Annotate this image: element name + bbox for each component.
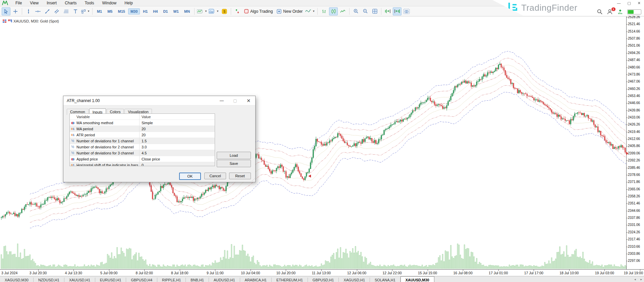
price-axis[interactable]: 2528.262521.462514.662507.862501.062494.… bbox=[626, 16, 644, 269]
timeframe-h4[interactable]: H4 bbox=[151, 8, 160, 14]
param-value[interactable]: 20 bbox=[138, 127, 215, 131]
time-axis[interactable]: 3 Jul 20243 Jul 20:304 Jul 13:305 Jul 09… bbox=[0, 269, 644, 276]
fibonacci-tool-button[interactable] bbox=[62, 7, 70, 15]
crosshair-tool-button[interactable] bbox=[11, 7, 20, 15]
symbol-tab-ripple-h1[interactable]: RIPPLE,H1 bbox=[157, 276, 185, 282]
symbol-tab-xauusd-h1[interactable]: XAUUSD,H1 bbox=[64, 276, 95, 282]
param-name: ATR period bbox=[76, 133, 138, 137]
bar-chart-mode-button[interactable] bbox=[320, 7, 328, 15]
param-row[interactable]: 01Horizontal shift of the indicator in b… bbox=[70, 162, 215, 166]
ok-button[interactable]: OK bbox=[179, 173, 201, 180]
symbol-tab-xagusd-m30[interactable]: XAGUSD,M30 bbox=[0, 276, 33, 282]
symbol-tab-audusd-h1[interactable]: AUDUSD,H1 bbox=[209, 276, 240, 282]
indicators-button[interactable]: ▼ bbox=[197, 7, 208, 15]
param-row[interactable]: MA smoothing methodSimple bbox=[70, 120, 215, 126]
cancel-button[interactable]: Cancel bbox=[204, 173, 226, 179]
window-close-button[interactable]: ✕ bbox=[638, 1, 641, 5]
param-value[interactable]: 0 bbox=[138, 163, 215, 167]
chart-template-button[interactable]: ▼ bbox=[208, 7, 219, 15]
symbol-tab-gbpusd-h1[interactable]: GBPUSD,H1 bbox=[308, 276, 339, 282]
window-restore-button[interactable]: ▢ bbox=[627, 1, 631, 5]
param-type-icon: 01 bbox=[70, 133, 76, 137]
chart-marker[interactable] bbox=[308, 175, 311, 178]
symbol-tab-ethereum-h1[interactable]: ETHEREUM,H1 bbox=[272, 276, 308, 282]
dialog-resize-grip[interactable]: ⋰ bbox=[252, 178, 255, 181]
symbol-tab-arabica-h1[interactable]: ARABICA,H1 bbox=[240, 276, 271, 282]
menu-file[interactable]: File bbox=[11, 1, 26, 5]
tick-chart-button[interactable]: ▼ bbox=[305, 7, 315, 15]
menu-window[interactable]: Window bbox=[98, 1, 121, 5]
auto-scroll-button[interactable] bbox=[383, 7, 392, 15]
param-value[interactable]: Simple bbox=[138, 121, 215, 125]
search-icon[interactable] bbox=[597, 9, 602, 14]
symbol-tab-xauusd-m30[interactable]: XAUUSD,M30 bbox=[400, 276, 434, 282]
screenshot-button[interactable] bbox=[402, 7, 411, 15]
symbol-tab-xagusd-h1[interactable]: XAGUSD,H1 bbox=[339, 276, 370, 282]
time-tick bbox=[463, 270, 463, 271]
timeframe-m5[interactable]: M5 bbox=[105, 8, 115, 14]
menu-tools[interactable]: Tools bbox=[81, 1, 98, 5]
menu-help[interactable]: Help bbox=[120, 1, 137, 5]
symbol-tab-gbpusd-h4[interactable]: GBPUSD,H4 bbox=[126, 276, 157, 282]
trendline-tool-button[interactable] bbox=[43, 7, 52, 15]
time-tick bbox=[251, 270, 251, 271]
timeframe-h1[interactable]: H1 bbox=[141, 8, 150, 14]
symbol-tab-eurusd-h1[interactable]: EURUSD,H1 bbox=[95, 276, 126, 282]
param-row[interactable]: ½Number of deviations for 2 channel3.0 bbox=[70, 144, 215, 150]
symbol-tab-solana-h1[interactable]: SOLANA,H1 bbox=[370, 276, 400, 282]
load-button[interactable]: Load bbox=[217, 152, 251, 159]
param-row[interactable]: ½Number of deviations for 1 channel1.5 bbox=[70, 138, 215, 144]
price-label: 2501.06 bbox=[628, 44, 640, 47]
param-value[interactable]: Close price bbox=[138, 157, 215, 161]
channel-tool-button[interactable] bbox=[52, 7, 61, 15]
tab-scroll-right-button[interactable]: ▸ bbox=[640, 278, 642, 281]
param-value[interactable]: 4.5 bbox=[138, 151, 215, 155]
connection-status-icon bbox=[618, 9, 623, 14]
tab-scroll-left-button[interactable]: ◂ bbox=[634, 278, 636, 281]
param-value[interactable]: 1.5 bbox=[138, 139, 215, 143]
timeframe-m30[interactable]: M30 bbox=[128, 8, 140, 14]
timeframe-m1[interactable]: M1 bbox=[95, 8, 104, 14]
timeframe-w1[interactable]: W1 bbox=[171, 8, 181, 14]
param-name: Number of deviations for 1 channel bbox=[76, 139, 138, 143]
vertical-line-tool-button[interactable] bbox=[24, 7, 33, 15]
price-label: 2487.46 bbox=[628, 58, 640, 62]
menu-view[interactable]: View bbox=[26, 1, 43, 5]
new-order-button[interactable]: New Order bbox=[275, 9, 305, 14]
shapes-tool-button[interactable]: ▼ bbox=[80, 7, 90, 15]
dialog-minimize-button[interactable]: — bbox=[215, 98, 228, 103]
dialog-close-button[interactable]: ✕ bbox=[242, 98, 255, 103]
tile-windows-button[interactable] bbox=[370, 7, 379, 15]
timeframe-d1[interactable]: D1 bbox=[161, 8, 170, 14]
timeframe-m15[interactable]: M15 bbox=[115, 8, 127, 14]
horizontal-line-tool-button[interactable] bbox=[34, 7, 42, 15]
menu-charts[interactable]: Charts bbox=[61, 1, 80, 5]
param-row[interactable]: 01ATR period20 bbox=[70, 132, 215, 138]
cursor-tool-button[interactable] bbox=[2, 7, 10, 15]
save-button[interactable]: Save bbox=[217, 160, 251, 167]
new-order-icon bbox=[277, 9, 281, 14]
zoom-out-button[interactable] bbox=[361, 7, 370, 15]
menu-insert[interactable]: Insert bbox=[43, 1, 61, 5]
candlestick-mode-button[interactable] bbox=[329, 7, 338, 15]
algo-trading-button[interactable]: Algo Trading bbox=[242, 9, 275, 14]
symbol-tab-bnb-h1[interactable]: BNB,H1 bbox=[186, 276, 209, 282]
dialog-title-bar[interactable]: ATR_channel 1.00 — ▢ ✕ bbox=[63, 96, 255, 105]
param-row[interactable]: ½Number of deviations for 3 channel4.5 bbox=[70, 150, 215, 156]
param-row[interactable]: Applied priceClose price bbox=[70, 156, 215, 162]
reset-button[interactable]: Reset bbox=[229, 173, 251, 179]
buy-sell-arrows-icon[interactable] bbox=[233, 7, 242, 15]
window-minimize-button[interactable]: — bbox=[617, 1, 621, 5]
param-value[interactable]: 20 bbox=[138, 133, 215, 137]
symbol-tab-nzdusd-h1[interactable]: NZDUSD,H1 bbox=[34, 276, 64, 282]
chart-shift-button[interactable] bbox=[393, 7, 401, 15]
account-button[interactable]: 1 bbox=[607, 9, 613, 14]
param-value[interactable]: 3.0 bbox=[138, 145, 215, 149]
zoom-in-button[interactable] bbox=[352, 7, 360, 15]
param-row[interactable]: 01MA period20 bbox=[70, 126, 215, 132]
line-chart-mode-button[interactable] bbox=[338, 7, 347, 15]
dialog-maximize-button[interactable]: ▢ bbox=[228, 98, 242, 103]
market-watch-button[interactable]: $ bbox=[220, 7, 229, 15]
timeframe-mn[interactable]: MN bbox=[182, 8, 192, 14]
text-tool-button[interactable] bbox=[71, 7, 80, 15]
